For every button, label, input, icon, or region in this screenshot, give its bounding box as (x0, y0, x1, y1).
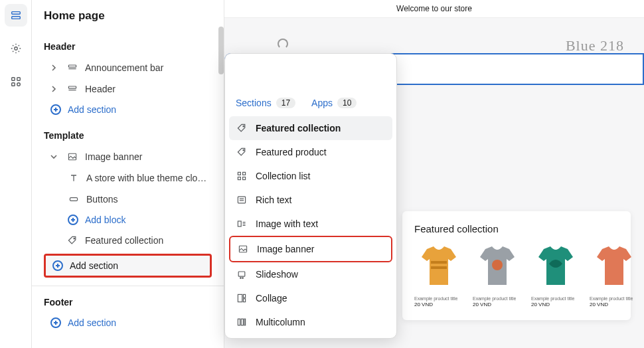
svg-rect-1 (11, 17, 20, 19)
svg-point-14 (243, 149, 244, 151)
slideshow-icon (236, 268, 248, 280)
svg-point-11 (74, 238, 75, 239)
tag-icon (236, 146, 248, 158)
svg-rect-0 (11, 12, 20, 15)
add-section-template[interactable]: Add section (46, 256, 210, 276)
announcement-bar-preview: Welcome to our store (224, 0, 644, 18)
editor-rail (0, 0, 32, 348)
svg-rect-22 (238, 272, 245, 276)
product-cell: Example product title 20 VND (473, 245, 522, 307)
header-group-label: Header (32, 31, 224, 57)
picker-item-image-with-text[interactable]: Image with text (229, 212, 392, 236)
svg-rect-28 (238, 319, 240, 325)
section-list: Featured collection Featured product Col… (225, 112, 396, 338)
tab-sections[interactable]: Sections 17 (236, 98, 295, 108)
apps-rail-icon[interactable] (5, 70, 27, 93)
chevron-right-icon (50, 64, 60, 71)
svg-rect-18 (243, 177, 246, 180)
tab-apps[interactable]: Apps 10 (311, 98, 357, 108)
card-title: Featured collection (414, 223, 619, 234)
preview-pane: Welcome to our store Blue 218 Sections 1… (224, 0, 644, 348)
plus-circle-icon (50, 104, 61, 115)
add-section-header[interactable]: Add section (32, 100, 224, 120)
loading-circle-icon (278, 39, 288, 49)
tshirt-icon (590, 245, 639, 292)
tag-icon (66, 234, 78, 246)
picker-item-rich-text[interactable]: Rich text (229, 188, 392, 212)
text-icon (68, 172, 80, 184)
plus-circle-icon (52, 260, 63, 271)
multicolumn-icon (236, 316, 248, 328)
picker-item-collage[interactable]: Collage (229, 286, 392, 310)
add-block[interactable]: Add block (32, 210, 224, 230)
chevron-down-icon (50, 153, 60, 160)
image-banner-icon (66, 151, 78, 163)
sidebar-item-announcement-bar[interactable]: Announcement bar (32, 57, 224, 78)
sections-count: 17 (276, 98, 295, 108)
tshirt-icon (414, 245, 463, 292)
tshirt-icon (473, 245, 522, 292)
header-icon (66, 83, 78, 95)
plus-circle-icon (68, 215, 78, 225)
sidebar-item-header[interactable]: Header (32, 78, 224, 100)
sidebar-item-featured-collection[interactable]: Featured collection (32, 230, 224, 251)
sections-sidebar: Home page Header Announcement bar Header… (32, 0, 224, 348)
collection-icon (236, 170, 248, 182)
svg-point-23 (240, 278, 242, 279)
picker-item-slideshow[interactable]: Slideshow (229, 262, 392, 286)
plus-circle-icon (50, 317, 61, 328)
scrollbar-thumb[interactable] (218, 27, 224, 74)
sidebar-item-text[interactable]: A store with blue theme clo… (32, 167, 224, 189)
template-group-label: Template (32, 120, 224, 146)
svg-point-24 (242, 278, 244, 279)
tshirt-icon (531, 245, 580, 292)
picker-item-image-banner[interactable]: Image banner (229, 236, 392, 262)
image-text-icon (236, 218, 248, 230)
collage-icon (236, 292, 248, 304)
chevron-right-icon (50, 86, 60, 92)
product-cell: Example product title 20 VND (590, 245, 639, 307)
add-section-highlight: Add section (44, 254, 212, 278)
svg-rect-7 (68, 65, 76, 67)
sidebar-item-image-banner[interactable]: Image banner (32, 146, 224, 167)
svg-rect-30 (244, 319, 246, 325)
svg-rect-17 (238, 177, 240, 180)
svg-rect-27 (243, 299, 245, 302)
svg-point-6 (17, 83, 20, 86)
add-section-footer[interactable]: Add section (32, 313, 224, 333)
featured-collection-preview: Featured collection Example product titl… (402, 211, 631, 320)
picker-item-collection-list[interactable]: Collection list (229, 164, 392, 188)
richtext-icon (236, 194, 248, 206)
svg-rect-31 (431, 261, 447, 264)
svg-rect-10 (70, 198, 77, 201)
tag-icon (236, 122, 248, 134)
product-cell: Example product title 20 VND (531, 245, 580, 307)
sections-rail-icon[interactable] (5, 4, 27, 27)
picker-tabs: Sections 17 Apps 10 (225, 91, 396, 112)
svg-rect-19 (238, 197, 245, 203)
svg-rect-26 (243, 294, 245, 298)
svg-rect-16 (243, 172, 246, 175)
section-picker-popover: Sections 17 Apps 10 Featured collection … (224, 53, 397, 339)
image-banner-icon (237, 243, 249, 255)
svg-rect-32 (431, 266, 447, 269)
button-icon (68, 193, 80, 205)
announcement-icon (66, 62, 78, 74)
footer-group-label: Footer (32, 286, 224, 313)
picker-item-featured-collection[interactable]: Featured collection (229, 116, 392, 140)
svg-point-13 (243, 126, 244, 127)
svg-rect-15 (238, 172, 240, 175)
page-title: Home page (32, 0, 224, 31)
svg-rect-29 (241, 319, 243, 325)
svg-rect-25 (238, 294, 242, 302)
sidebar-item-buttons[interactable]: Buttons (32, 189, 224, 210)
picker-item-featured-product[interactable]: Featured product (229, 140, 392, 164)
settings-rail-icon[interactable] (5, 37, 27, 60)
svg-rect-4 (17, 78, 20, 81)
picker-item-multicolumn[interactable]: Multicolumn (229, 310, 392, 334)
svg-point-2 (14, 47, 17, 50)
apps-count: 10 (337, 98, 357, 108)
svg-rect-20 (238, 221, 241, 226)
svg-rect-3 (11, 78, 15, 81)
product-cell: Example product title 20 VND (414, 245, 463, 307)
